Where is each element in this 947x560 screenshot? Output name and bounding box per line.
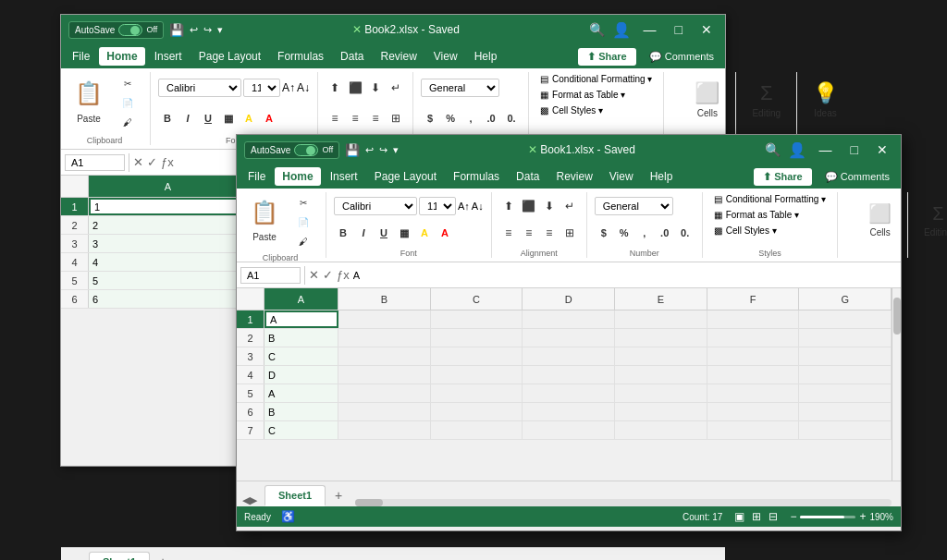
vertical-scrollbar[interactable] xyxy=(892,288,901,481)
row-num-3[interactable]: 3 xyxy=(61,235,89,252)
menu-home-front[interactable]: Home xyxy=(275,167,320,186)
row-num-6[interactable]: 6 xyxy=(61,290,89,308)
paste-button-front[interactable]: 📋 Paste xyxy=(242,192,287,251)
align-top-button[interactable]: ⬆ xyxy=(326,79,344,96)
cell-A1-front[interactable]: A xyxy=(264,310,338,328)
cell-F3-front[interactable] xyxy=(707,347,800,365)
cell-B3-front[interactable] xyxy=(338,347,431,365)
col-header-G-front[interactable]: G xyxy=(799,288,892,310)
save-icon-front[interactable]: 💾 xyxy=(345,143,360,157)
row-num-5[interactable]: 5 xyxy=(61,272,89,289)
align-right-front[interactable]: ≡ xyxy=(540,225,559,241)
cell-B6-front[interactable] xyxy=(338,403,431,420)
decrease-font-button[interactable]: A↓ xyxy=(297,81,310,94)
col-header-C-front[interactable]: C xyxy=(431,288,523,310)
share-button-front[interactable]: ⬆ Share xyxy=(754,168,812,186)
bold-button-front[interactable]: B xyxy=(334,225,352,241)
decrease-decimal-button[interactable]: 0. xyxy=(502,110,521,127)
window-book1[interactable]: AutoSave Off 💾 ↩ ↪ ▾ ✕ Book1.xlsx - Save… xyxy=(236,134,902,531)
menu-review-front[interactable]: Review xyxy=(548,167,599,186)
cell-G6-front[interactable] xyxy=(799,403,892,420)
cell-E2-front[interactable] xyxy=(615,329,707,347)
inc-decimal-front[interactable]: .0 xyxy=(656,225,674,241)
menu-page-layout[interactable]: Page Layout xyxy=(191,47,268,66)
dec-decimal-front[interactable]: 0. xyxy=(676,225,695,241)
menu-data[interactable]: Data xyxy=(333,47,371,66)
cell-B1-front[interactable] xyxy=(338,310,431,328)
paste-button[interactable]: 📋 Paste xyxy=(67,74,111,133)
confirm-formula-icon[interactable]: ✓ xyxy=(147,155,157,169)
font-name-select[interactable]: Calibri xyxy=(158,79,241,97)
cell-F6-front[interactable] xyxy=(707,403,800,420)
fill-color-front[interactable]: A xyxy=(415,225,434,241)
page-break-view-button[interactable]: ⊟ xyxy=(766,509,781,524)
add-sheet-button[interactable]: + xyxy=(152,551,174,560)
font-color-button[interactable]: A xyxy=(260,110,278,127)
cell-D6-front[interactable] xyxy=(523,403,615,420)
cell-A3-front[interactable]: C xyxy=(264,347,338,365)
menu-data-front[interactable]: Data xyxy=(509,167,547,186)
italic-button-front[interactable]: I xyxy=(354,225,373,241)
prev-sheet-front[interactable]: ◀ xyxy=(242,494,250,506)
customize-icon-front[interactable]: ▾ xyxy=(393,144,399,156)
dollar-front[interactable]: $ xyxy=(595,225,613,241)
row-num-4-front[interactable]: 4 xyxy=(237,366,264,383)
formula-input-front[interactable] xyxy=(353,270,897,281)
font-size-select-front[interactable]: 11 xyxy=(419,197,456,215)
menu-formulas[interactable]: Formulas xyxy=(270,47,331,66)
share-button[interactable]: ⬆ Share xyxy=(578,48,636,66)
align-left-button[interactable]: ≡ xyxy=(326,110,344,127)
cell-G7-front[interactable] xyxy=(799,421,892,439)
copy-button[interactable]: 📄 xyxy=(113,94,142,112)
redo-icon-front[interactable]: ↪ xyxy=(379,144,387,156)
menu-home[interactable]: Home xyxy=(99,47,144,66)
align-bottom-button[interactable]: ⬇ xyxy=(366,79,385,96)
ideas-button[interactable]: 💡 Ideas xyxy=(805,72,846,128)
menu-review[interactable]: Review xyxy=(373,47,424,66)
cell-D2-front[interactable] xyxy=(523,329,615,347)
row-num-1[interactable]: 1 xyxy=(61,198,89,215)
wrap-text-button[interactable]: ↵ xyxy=(387,79,405,96)
number-format-select-front[interactable]: General xyxy=(595,197,673,215)
cell-A5[interactable]: 5 xyxy=(89,272,248,289)
insert-function-icon[interactable]: ƒx xyxy=(161,155,174,169)
cell-C3-front[interactable] xyxy=(431,347,523,365)
font-size-select[interactable]: 11 xyxy=(243,79,280,97)
cells-button[interactable]: ⬜ Cells xyxy=(686,72,728,128)
redo-icon[interactable]: ↪ xyxy=(203,24,212,36)
italic-button[interactable]: I xyxy=(178,110,197,127)
cell-C5-front[interactable] xyxy=(431,384,523,402)
cell-F5-front[interactable] xyxy=(707,384,800,402)
minimize-button[interactable]: — xyxy=(638,20,662,39)
cell-F4-front[interactable] xyxy=(707,366,800,383)
comments-button-front[interactable]: 💬 Comments xyxy=(818,168,897,186)
cell-F7-front[interactable] xyxy=(707,421,800,439)
menu-view-front[interactable]: View xyxy=(602,167,641,186)
cell-F1-front[interactable] xyxy=(707,310,800,328)
cell-A4[interactable]: 4 xyxy=(89,253,248,271)
row-num-3-front[interactable]: 3 xyxy=(237,347,264,365)
bold-button[interactable]: B xyxy=(158,110,177,127)
cell-C7-front[interactable] xyxy=(431,421,523,439)
autosave-badge[interactable]: AutoSave Off xyxy=(68,21,164,39)
menu-file-front[interactable]: File xyxy=(240,167,273,186)
maximize-button[interactable]: □ xyxy=(670,20,688,39)
zoom-in-button[interactable]: + xyxy=(859,510,866,523)
cell-styles-front[interactable]: ▩ Cell Styles ▾ xyxy=(710,224,830,237)
col-header-F-front[interactable]: F xyxy=(707,288,800,310)
profile-icon[interactable]: 👤 xyxy=(612,21,631,39)
border-button-front[interactable]: ▦ xyxy=(395,225,413,241)
menu-help-front[interactable]: Help xyxy=(643,167,681,186)
sheet-tab-sheet1-front[interactable]: Sheet1 xyxy=(264,485,326,506)
autosave-toggle-front[interactable] xyxy=(294,144,318,156)
cell-A7-front[interactable]: C xyxy=(264,421,338,439)
cell-D4-front[interactable] xyxy=(523,366,615,383)
profile-icon-front[interactable]: 👤 xyxy=(788,141,806,159)
cell-E1-front[interactable] xyxy=(615,310,707,328)
font-color-front[interactable]: A xyxy=(436,225,454,241)
menu-file[interactable]: File xyxy=(65,47,97,66)
cell-A2-front[interactable]: B xyxy=(264,329,338,347)
cell-D1-front[interactable] xyxy=(523,310,615,328)
row-num-7-front[interactable]: 7 xyxy=(237,421,264,439)
accessibility-icon[interactable]: ♿ xyxy=(281,510,295,523)
